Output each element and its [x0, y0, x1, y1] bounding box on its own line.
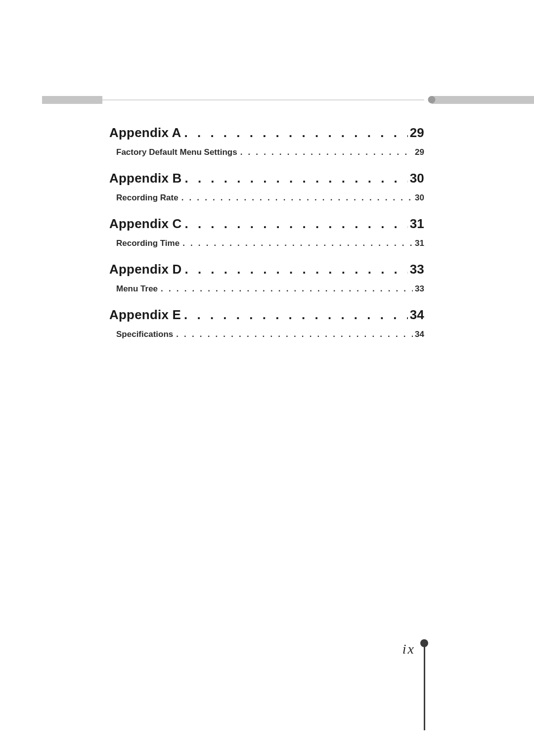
toc-entry-page: 29 — [413, 145, 424, 159]
toc-entry: Appendix D . . . . . . . . . . . . . . .… — [109, 259, 424, 279]
toc-entry-dots: . . . . . . . . . . . . . . . . . . . . … — [184, 214, 407, 234]
toc-entry-dots: . . . . . . . . . . . . . . . . . . . . … — [240, 145, 413, 159]
toc-entry-label: Specifications — [116, 328, 176, 341]
toc-entry: Appendix A . . . . . . . . . . . . . . .… — [109, 123, 424, 142]
toc-entry: Specifications . . . . . . . . . . . . .… — [109, 328, 424, 341]
header-rule-dot — [428, 96, 436, 103]
header-rule — [42, 96, 534, 105]
toc-entry-label: Factory Default Menu Settings — [116, 145, 240, 159]
header-rule-right-block — [432, 96, 534, 104]
toc-entry-label: Appendix A — [109, 123, 184, 142]
toc-entry: Appendix E . . . . . . . . . . . . . . .… — [109, 305, 424, 325]
toc-entry-page: 31 — [413, 236, 424, 250]
toc-entry: Recording Rate . . . . . . . . . . . . .… — [109, 191, 424, 205]
toc-entry-page: 29 — [408, 123, 424, 142]
toc-entry-dots: . . . . . . . . . . . . . . . . . . . . … — [184, 168, 407, 188]
toc-entry: Menu Tree . . . . . . . . . . . . . . . … — [109, 282, 424, 296]
table-of-contents: Appendix A . . . . . . . . . . . . . . .… — [109, 123, 424, 341]
toc-entry: Appendix B . . . . . . . . . . . . . . .… — [109, 168, 424, 188]
toc-entry-label: Appendix B — [109, 168, 184, 188]
toc-entry-page: 31 — [408, 214, 424, 234]
toc-entry-dots: . . . . . . . . . . . . . . . . . . . . … — [182, 236, 413, 250]
toc-entry: Recording Time . . . . . . . . . . . . .… — [109, 236, 424, 250]
toc-entry-label: Recording Rate — [116, 191, 181, 205]
toc-entry-page: 34 — [413, 328, 424, 341]
toc-entry-page: 33 — [408, 259, 424, 279]
page-number: ix — [402, 642, 420, 656]
toc-entry-page: 34 — [408, 305, 424, 325]
header-rule-line — [102, 99, 424, 100]
toc-entry-label: Appendix D — [109, 259, 184, 279]
footer-mark — [420, 642, 429, 731]
footer-rule — [424, 646, 425, 730]
toc-entry-label: Menu Tree — [116, 282, 161, 296]
toc-entry-page: 33 — [413, 282, 424, 296]
toc-entry-dots: . . . . . . . . . . . . . . . . . . . . … — [181, 191, 413, 205]
header-rule-left-block — [42, 96, 102, 104]
toc-entry-dots: . . . . . . . . . . . . . . . . . . . . … — [184, 123, 407, 142]
toc-entry-dots: . . . . . . . . . . . . . . . . . . . . … — [184, 305, 408, 325]
toc-entry-label: Appendix C — [109, 214, 184, 234]
toc-entry-page: 30 — [408, 168, 424, 188]
page-footer: ix — [402, 642, 429, 731]
toc-entry: Appendix C . . . . . . . . . . . . . . .… — [109, 214, 424, 234]
toc-entry-label: Appendix E — [109, 305, 184, 325]
toc-entry-page: 30 — [413, 191, 424, 205]
page: Appendix A . . . . . . . . . . . . . . .… — [0, 0, 534, 756]
toc-entry-dots: . . . . . . . . . . . . . . . . . . . . … — [184, 259, 407, 279]
toc-entry: Factory Default Menu Settings . . . . . … — [109, 145, 424, 159]
toc-entry-label: Recording Time — [116, 236, 182, 250]
toc-entry-dots: . . . . . . . . . . . . . . . . . . . . … — [161, 282, 413, 296]
toc-entry-dots: . . . . . . . . . . . . . . . . . . . . … — [176, 328, 413, 341]
